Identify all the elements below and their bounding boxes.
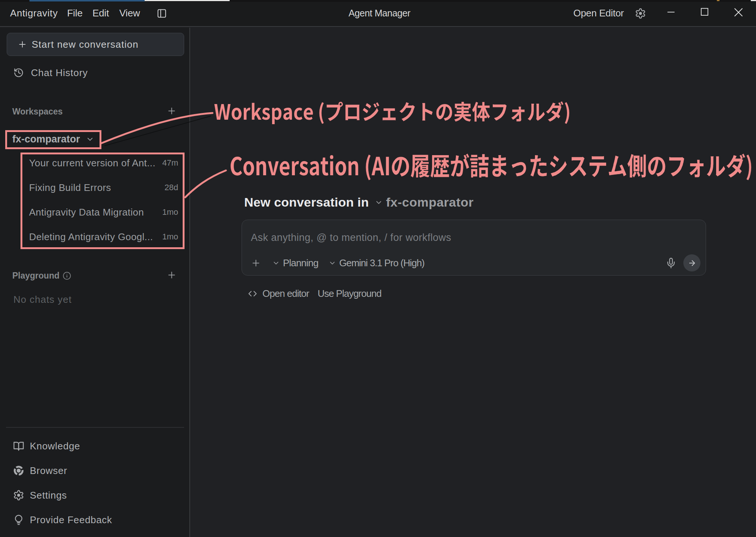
sidebar-toggle-icon[interactable] (157, 8, 167, 19)
sidebar-item-label: Knowledge (30, 440, 80, 452)
conversation-title: Antigravity Data Migration (29, 207, 159, 218)
open-editor-button[interactable]: Open Editor (573, 7, 624, 19)
start-new-conversation-button[interactable]: Start new conversation (7, 33, 184, 56)
chevron-down-icon (272, 259, 280, 267)
page-title: New conversation in fx-comparator (244, 195, 474, 210)
titlebar: Antigravity File Edit View Agent Manager… (0, 0, 756, 27)
lightbulb-icon (13, 514, 24, 525)
history-icon (13, 67, 24, 78)
sidebar-item-chat-history[interactable]: Chat History (7, 61, 184, 84)
sidebar-item-knowledge[interactable]: Knowledge (0, 434, 190, 458)
background-window-artifact (0, 0, 756, 2)
send-button[interactable] (683, 254, 700, 271)
start-new-conversation-label: Start new conversation (32, 39, 138, 50)
menu-view[interactable]: View (119, 7, 140, 19)
gear-icon[interactable] (635, 8, 646, 19)
chrome-icon (13, 465, 24, 476)
titlebar-right: Open Editor (570, 0, 756, 26)
menu-file[interactable]: File (67, 7, 83, 19)
microphone-icon[interactable] (665, 257, 677, 268)
add-playground-icon[interactable] (167, 270, 177, 280)
chevron-down-icon[interactable] (375, 198, 383, 207)
gear-icon (13, 490, 24, 501)
workspaces-header: Workspaces (12, 107, 63, 117)
conversation-item[interactable]: Antigravity Data Migration 1mo (0, 200, 190, 224)
no-chats-label: No chats yet (13, 294, 72, 305)
attach-icon[interactable] (251, 258, 261, 268)
sidebar-item-label: Browser (30, 465, 67, 477)
code-icon (248, 289, 257, 298)
conversation-item[interactable]: Deleting Antigravity Googl... 1mo (0, 224, 190, 249)
use-playground-link[interactable]: Use Playground (318, 288, 381, 299)
workspace-item[interactable]: fx-comparator (12, 134, 94, 145)
playground-header-label: Playground (12, 271, 60, 281)
conversation-item[interactable]: Fixing Build Errors 28d (0, 175, 190, 200)
add-workspace-icon[interactable] (167, 106, 177, 116)
conversation-list: Your current version of Ant... 47m Fixin… (0, 151, 190, 249)
conversation-item[interactable]: Your current version of Ant... 47m (0, 151, 190, 175)
chat-history-label: Chat History (31, 67, 88, 79)
sidebar-divider (6, 427, 184, 428)
sidebar-item-provide-feedback[interactable]: Provide Feedback (0, 508, 190, 532)
composer-controls: Planning Gemini 3.1 Pro (High) (242, 254, 706, 271)
composer: Ask anything, @ to mention, / for workfl… (242, 220, 706, 276)
conversation-title: Deleting Antigravity Googl... (29, 231, 159, 243)
book-open-icon (13, 440, 24, 452)
arrow-right-icon (688, 259, 696, 267)
window-maximize-icon[interactable] (699, 7, 710, 17)
sidebar-item-label: Provide Feedback (30, 514, 112, 526)
window-title: Agent Manager (349, 8, 410, 19)
workspace-name: fx-comparator (12, 134, 80, 145)
conversation-title: Your current version of Ant... (29, 157, 159, 169)
menu-edit[interactable]: Edit (92, 7, 109, 19)
sidebar-item-label: Settings (30, 490, 67, 501)
chevron-down-icon (86, 135, 94, 144)
sidebar-item-browser[interactable]: Browser (0, 458, 190, 483)
sidebar: Start new conversation Chat History Work… (0, 28, 190, 537)
window-close-icon[interactable] (733, 7, 744, 18)
composer-input[interactable]: Ask anything, @ to mention, / for workfl… (251, 232, 451, 244)
window-minimize-icon[interactable] (666, 7, 676, 17)
composer-links: Open editor Use Playground (248, 288, 381, 299)
info-icon[interactable] (63, 271, 71, 280)
conversation-time: 28d (164, 183, 178, 192)
conversation-time: 1mo (162, 207, 178, 217)
mode-label: Planning (283, 257, 318, 269)
conversation-title: Fixing Build Errors (29, 182, 161, 194)
heading-prefix: New conversation in (244, 195, 369, 210)
heading-workspace-name[interactable]: fx-comparator (386, 195, 473, 210)
model-label: Gemini 3.1 Pro (High) (339, 257, 424, 269)
conversation-time: 1mo (162, 232, 178, 242)
open-editor-link[interactable]: Open editor (262, 288, 309, 299)
model-select[interactable]: Gemini 3.1 Pro (High) (328, 254, 424, 271)
mode-select[interactable]: Planning (272, 254, 318, 271)
conversation-time: 47m (162, 158, 178, 168)
plus-icon (18, 40, 27, 49)
chevron-down-icon (328, 259, 336, 267)
playground-header: Playground (12, 271, 71, 281)
main-panel: New conversation in fx-comparator Ask an… (191, 28, 756, 537)
sidebar-item-settings[interactable]: Settings (0, 483, 190, 508)
menu-antigravity[interactable]: Antigravity (10, 7, 58, 19)
sidebar-footer: Knowledge Browser Settings Provide Feedb… (0, 434, 190, 532)
